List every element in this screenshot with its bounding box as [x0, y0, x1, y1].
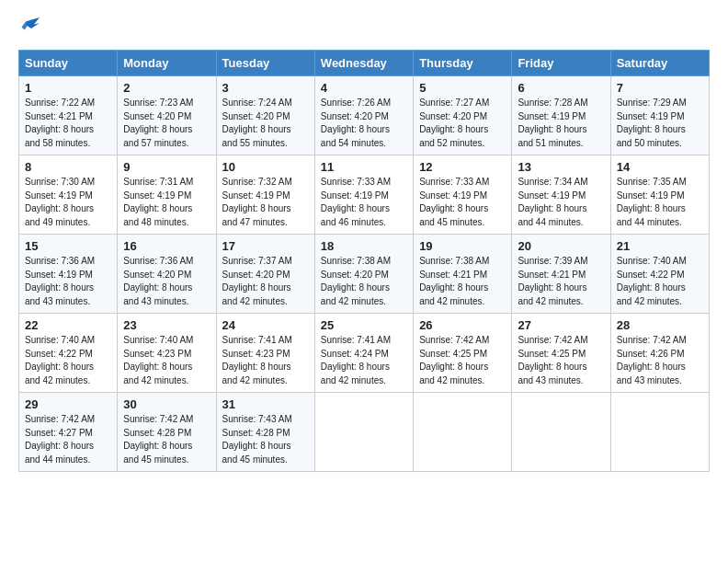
- calendar-cell: 15Sunrise: 7:36 AMSunset: 4:19 PMDayligh…: [19, 235, 118, 314]
- day-number: 9: [123, 160, 210, 174]
- calendar-table: SundayMondayTuesdayWednesdayThursdayFrid…: [18, 50, 710, 472]
- day-number: 17: [222, 239, 309, 253]
- calendar-header-tuesday: Tuesday: [216, 51, 314, 76]
- header: [18, 15, 710, 40]
- day-number: 1: [25, 81, 111, 95]
- calendar-cell: 13Sunrise: 7:34 AMSunset: 4:19 PMDayligh…: [512, 155, 610, 235]
- day-number: 25: [321, 318, 407, 332]
- calendar-cell: [512, 393, 610, 472]
- day-info: Sunrise: 7:28 AMSunset: 4:19 PMDaylight:…: [518, 98, 587, 148]
- logo: [18, 15, 44, 40]
- calendar-header-row: SundayMondayTuesdayWednesdayThursdayFrid…: [19, 51, 710, 76]
- day-info: Sunrise: 7:39 AMSunset: 4:21 PMDaylight:…: [518, 256, 587, 306]
- day-info: Sunrise: 7:23 AMSunset: 4:20 PMDaylight:…: [123, 98, 193, 148]
- day-info: Sunrise: 7:42 AMSunset: 4:26 PMDaylight:…: [617, 335, 687, 385]
- calendar-header-saturday: Saturday: [610, 51, 709, 76]
- calendar-header-monday: Monday: [118, 51, 216, 76]
- day-number: 3: [222, 81, 309, 95]
- calendar-cell: 14Sunrise: 7:35 AMSunset: 4:19 PMDayligh…: [610, 155, 709, 235]
- calendar-cell: 30Sunrise: 7:42 AMSunset: 4:28 PMDayligh…: [118, 393, 216, 472]
- day-number: 26: [419, 318, 506, 332]
- day-info: Sunrise: 7:33 AMSunset: 4:19 PMDaylight:…: [419, 177, 489, 227]
- day-number: 31: [222, 397, 309, 411]
- day-number: 7: [617, 81, 703, 95]
- calendar-cell: 1Sunrise: 7:22 AMSunset: 4:21 PMDaylight…: [19, 76, 118, 155]
- day-info: Sunrise: 7:29 AMSunset: 4:19 PMDaylight:…: [617, 98, 687, 148]
- day-info: Sunrise: 7:35 AMSunset: 4:19 PMDaylight:…: [617, 177, 687, 227]
- calendar-week-row: 29Sunrise: 7:42 AMSunset: 4:27 PMDayligh…: [19, 393, 710, 472]
- day-info: Sunrise: 7:36 AMSunset: 4:19 PMDaylight:…: [25, 256, 95, 306]
- day-info: Sunrise: 7:42 AMSunset: 4:27 PMDaylight:…: [25, 414, 95, 465]
- day-number: 13: [518, 160, 604, 174]
- calendar-cell: [610, 393, 709, 472]
- day-number: 15: [25, 239, 111, 253]
- calendar-cell: [314, 393, 413, 472]
- calendar-cell: 23Sunrise: 7:40 AMSunset: 4:23 PMDayligh…: [118, 314, 216, 393]
- day-number: 16: [123, 239, 210, 253]
- day-number: 29: [25, 397, 111, 411]
- day-number: 11: [321, 160, 407, 174]
- day-info: Sunrise: 7:43 AMSunset: 4:28 PMDaylight:…: [222, 414, 292, 465]
- calendar-cell: 22Sunrise: 7:40 AMSunset: 4:22 PMDayligh…: [19, 314, 118, 393]
- day-number: 20: [518, 239, 604, 253]
- calendar-cell: 24Sunrise: 7:41 AMSunset: 4:23 PMDayligh…: [216, 314, 314, 393]
- calendar-cell: 19Sunrise: 7:38 AMSunset: 4:21 PMDayligh…: [414, 235, 512, 314]
- day-number: 4: [321, 81, 407, 95]
- calendar-cell: 29Sunrise: 7:42 AMSunset: 4:27 PMDayligh…: [19, 393, 118, 472]
- calendar-cell: 28Sunrise: 7:42 AMSunset: 4:26 PMDayligh…: [610, 314, 709, 393]
- calendar-cell: 7Sunrise: 7:29 AMSunset: 4:19 PMDaylight…: [610, 76, 709, 155]
- calendar-cell: 4Sunrise: 7:26 AMSunset: 4:20 PMDaylight…: [314, 76, 413, 155]
- calendar-cell: 12Sunrise: 7:33 AMSunset: 4:19 PMDayligh…: [414, 155, 512, 235]
- day-info: Sunrise: 7:42 AMSunset: 4:25 PMDaylight:…: [518, 335, 587, 385]
- day-info: Sunrise: 7:41 AMSunset: 4:24 PMDaylight:…: [321, 335, 391, 385]
- day-number: 5: [419, 81, 506, 95]
- calendar-cell: 3Sunrise: 7:24 AMSunset: 4:20 PMDaylight…: [216, 76, 314, 155]
- logo-bird-icon: [20, 15, 42, 37]
- calendar-cell: 5Sunrise: 7:27 AMSunset: 4:20 PMDaylight…: [414, 76, 512, 155]
- day-info: Sunrise: 7:38 AMSunset: 4:20 PMDaylight:…: [321, 256, 391, 306]
- calendar-cell: [414, 393, 512, 472]
- calendar-cell: 6Sunrise: 7:28 AMSunset: 4:19 PMDaylight…: [512, 76, 610, 155]
- day-info: Sunrise: 7:42 AMSunset: 4:28 PMDaylight:…: [123, 414, 193, 465]
- day-number: 22: [25, 318, 111, 332]
- calendar-cell: 8Sunrise: 7:30 AMSunset: 4:19 PMDaylight…: [19, 155, 118, 235]
- calendar-cell: 27Sunrise: 7:42 AMSunset: 4:25 PMDayligh…: [512, 314, 610, 393]
- day-info: Sunrise: 7:26 AMSunset: 4:20 PMDaylight:…: [321, 98, 391, 148]
- day-info: Sunrise: 7:37 AMSunset: 4:20 PMDaylight:…: [222, 256, 292, 306]
- calendar-week-row: 22Sunrise: 7:40 AMSunset: 4:22 PMDayligh…: [19, 314, 710, 393]
- day-info: Sunrise: 7:33 AMSunset: 4:19 PMDaylight:…: [321, 177, 391, 227]
- day-info: Sunrise: 7:40 AMSunset: 4:22 PMDaylight:…: [25, 335, 95, 385]
- calendar-cell: 26Sunrise: 7:42 AMSunset: 4:25 PMDayligh…: [414, 314, 512, 393]
- calendar-week-row: 1Sunrise: 7:22 AMSunset: 4:21 PMDaylight…: [19, 76, 710, 155]
- calendar-cell: 11Sunrise: 7:33 AMSunset: 4:19 PMDayligh…: [314, 155, 413, 235]
- day-number: 18: [321, 239, 407, 253]
- day-info: Sunrise: 7:42 AMSunset: 4:25 PMDaylight:…: [419, 335, 489, 385]
- day-info: Sunrise: 7:40 AMSunset: 4:23 PMDaylight:…: [123, 335, 193, 385]
- day-number: 27: [518, 318, 604, 332]
- day-number: 21: [617, 239, 703, 253]
- calendar-cell: 25Sunrise: 7:41 AMSunset: 4:24 PMDayligh…: [314, 314, 413, 393]
- day-info: Sunrise: 7:36 AMSunset: 4:20 PMDaylight:…: [123, 256, 193, 306]
- day-info: Sunrise: 7:30 AMSunset: 4:19 PMDaylight:…: [25, 177, 95, 227]
- calendar-cell: 16Sunrise: 7:36 AMSunset: 4:20 PMDayligh…: [118, 235, 216, 314]
- day-number: 8: [25, 160, 111, 174]
- calendar-week-row: 8Sunrise: 7:30 AMSunset: 4:19 PMDaylight…: [19, 155, 710, 235]
- calendar-header-wednesday: Wednesday: [314, 51, 413, 76]
- calendar-cell: 20Sunrise: 7:39 AMSunset: 4:21 PMDayligh…: [512, 235, 610, 314]
- calendar-cell: 17Sunrise: 7:37 AMSunset: 4:20 PMDayligh…: [216, 235, 314, 314]
- day-info: Sunrise: 7:38 AMSunset: 4:21 PMDaylight:…: [419, 256, 489, 306]
- day-info: Sunrise: 7:32 AMSunset: 4:19 PMDaylight:…: [222, 177, 292, 227]
- day-number: 30: [123, 397, 210, 411]
- day-number: 19: [419, 239, 506, 253]
- day-number: 6: [518, 81, 604, 95]
- calendar-cell: 18Sunrise: 7:38 AMSunset: 4:20 PMDayligh…: [314, 235, 413, 314]
- calendar-cell: 10Sunrise: 7:32 AMSunset: 4:19 PMDayligh…: [216, 155, 314, 235]
- calendar-header-thursday: Thursday: [414, 51, 512, 76]
- day-info: Sunrise: 7:27 AMSunset: 4:20 PMDaylight:…: [419, 98, 489, 148]
- calendar-cell: 31Sunrise: 7:43 AMSunset: 4:28 PMDayligh…: [216, 393, 314, 472]
- day-number: 24: [222, 318, 309, 332]
- calendar-cell: 21Sunrise: 7:40 AMSunset: 4:22 PMDayligh…: [610, 235, 709, 314]
- day-info: Sunrise: 7:40 AMSunset: 4:22 PMDaylight:…: [617, 256, 687, 306]
- day-info: Sunrise: 7:22 AMSunset: 4:21 PMDaylight:…: [25, 98, 95, 148]
- day-number: 10: [222, 160, 309, 174]
